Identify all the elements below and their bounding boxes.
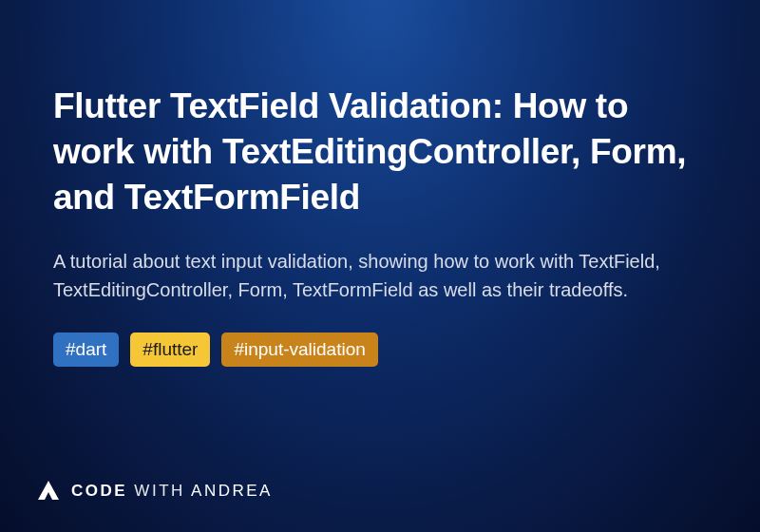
tag-flutter[interactable]: #flutter bbox=[130, 332, 210, 367]
brand-andrea: ANDREA bbox=[191, 482, 273, 500]
tag-dart[interactable]: #dart bbox=[53, 332, 119, 367]
page-description: A tutorial about text input validation, … bbox=[53, 247, 707, 304]
tag-list: #dart #flutter #input-validation bbox=[53, 332, 707, 367]
page-title: Flutter TextField Validation: How to wor… bbox=[53, 84, 707, 220]
brand-logo-icon bbox=[36, 479, 61, 504]
brand-footer: CODE WITH ANDREA bbox=[36, 479, 273, 504]
tag-input-validation[interactable]: #input-validation bbox=[221, 332, 377, 367]
brand-with: WITH bbox=[134, 482, 184, 500]
brand-code: CODE bbox=[71, 482, 127, 500]
content-area: Flutter TextField Validation: How to wor… bbox=[0, 0, 760, 367]
brand-text: CODE WITH ANDREA bbox=[71, 482, 273, 501]
